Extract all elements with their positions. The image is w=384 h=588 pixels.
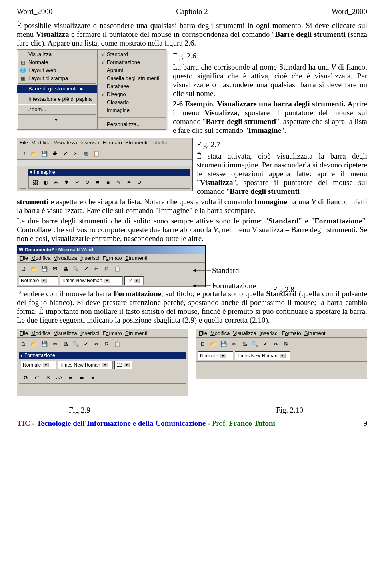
menu-formato[interactable]: Formato	[102, 255, 122, 261]
size-combo[interactable]: 12▼	[114, 361, 132, 369]
menu-tabella[interactable]: Tabella	[150, 140, 167, 146]
chevron-down-icon[interactable]: ▼	[104, 278, 110, 283]
sub-disegno[interactable]: ✓Disegno	[98, 90, 166, 98]
spellcheck-icon[interactable]: ✔	[60, 149, 70, 158]
underline-icon[interactable]: S	[43, 373, 53, 382]
sub-personalizza[interactable]: Personalizza...	[98, 120, 166, 128]
sub-formattazione[interactable]: ✓Formattazione	[98, 58, 166, 66]
paste-icon[interactable]: 📋	[112, 339, 122, 349]
chevron-down-icon[interactable]: ▼	[40, 278, 47, 283]
paste-icon[interactable]: 📋	[112, 264, 122, 273]
menu-inserisci[interactable]: Inserisci	[80, 255, 100, 261]
sub-glossario[interactable]: Glossario	[98, 98, 166, 106]
fig-2-10-label: Fig. 2.10	[276, 406, 303, 415]
sub-immagine[interactable]: Immagine	[98, 106, 166, 114]
menu-normale[interactable]: ▤Normale	[17, 58, 97, 66]
mail-icon[interactable]: ✉	[50, 264, 60, 273]
sub-appunti[interactable]: Appunti	[98, 66, 166, 74]
menu-visualizza[interactable]: Visualizza	[17, 50, 97, 58]
italic-icon[interactable]: C	[32, 373, 42, 382]
print-icon[interactable]: 🖶	[60, 264, 70, 273]
menu-strumenti[interactable]: Strumenti	[125, 140, 148, 146]
brightness-down-icon[interactable]: ✱	[62, 177, 71, 187]
menu-intestazione[interactable]: Intestazione e piè di pagina	[17, 95, 97, 103]
spellcheck-icon[interactable]: ✔	[81, 339, 91, 349]
copy-icon[interactable]: ⎘	[102, 264, 112, 273]
immagine-toolbar-title[interactable]: ▾Immagine	[28, 169, 190, 176]
formattazione-float-title[interactable]: ▾Formattazione	[19, 352, 186, 359]
menu-visualizza[interactable]: Visualizza	[54, 255, 77, 261]
sub-database[interactable]: Database	[98, 82, 166, 90]
open-icon[interactable]: 📂	[29, 149, 39, 158]
spellcheck-icon[interactable]: ✔	[260, 339, 270, 349]
open-icon[interactable]: 📂	[208, 339, 218, 349]
menu-file[interactable]: File	[20, 140, 28, 146]
menu-modifica[interactable]: Modifica	[31, 255, 50, 261]
font-combo[interactable]: Times New Roman▼	[235, 351, 290, 360]
transparent-icon[interactable]: ✦	[124, 177, 134, 187]
contrast-icon[interactable]: ◐	[41, 177, 50, 187]
print-icon[interactable]: 🖶	[60, 339, 70, 349]
cut-icon[interactable]: ✂	[71, 149, 80, 158]
paste-icon[interactable]: 📋	[92, 149, 101, 158]
new-icon[interactable]: 🗋	[19, 339, 28, 349]
save-icon[interactable]: 💾	[40, 149, 49, 158]
format-picture-icon[interactable]: ✎	[114, 177, 123, 187]
preview-icon[interactable]: 🔍	[71, 264, 80, 273]
new-icon[interactable]: 🗋	[198, 339, 208, 349]
new-icon[interactable]: 🗋	[19, 264, 28, 273]
sub-casella[interactable]: Casella degli strumenti	[98, 74, 166, 82]
menu-zoom[interactable]: Zoom...	[17, 106, 97, 114]
style-combo[interactable]: Normale▼	[19, 276, 58, 285]
copy-icon[interactable]: ⎘	[102, 339, 112, 349]
menu-layout-web[interactable]: 🌐Layout Web	[17, 66, 97, 74]
menu-visualizza[interactable]: Visualizza	[54, 140, 77, 146]
spellcheck-icon[interactable]: ✔	[81, 264, 91, 273]
save-icon[interactable]: 💾	[40, 264, 49, 273]
menu-strumenti[interactable]: Strumenti	[125, 255, 148, 261]
style-combo[interactable]: Normale▼	[21, 361, 56, 369]
cut-icon[interactable]: ✂	[92, 339, 101, 349]
reset-icon[interactable]: ↺	[134, 177, 144, 187]
mail-icon[interactable]: ✉	[50, 339, 60, 349]
new-icon[interactable]: 🗋	[19, 149, 28, 158]
chevron-down-icon[interactable]: ▼	[133, 278, 140, 283]
copy-icon[interactable]: ⎘	[281, 339, 291, 349]
line-style-icon[interactable]: ≡	[93, 177, 102, 187]
menu-layout-stampa[interactable]: ▦Layout di stampa	[17, 74, 97, 82]
menu-file[interactable]: File	[20, 255, 28, 261]
print-icon[interactable]: 🖶	[50, 149, 60, 158]
open-icon[interactable]: 📂	[29, 264, 39, 273]
print-icon[interactable]: 🖶	[240, 339, 249, 349]
cut-icon[interactable]: ✂	[92, 264, 101, 273]
para-2: La barra che corrisponde al nome Standar…	[173, 63, 367, 98]
size-combo[interactable]: 12▼	[124, 276, 144, 285]
mail-icon[interactable]: ✉	[229, 339, 239, 349]
menu-inserisci[interactable]: Inserisci	[80, 140, 100, 146]
menu-modifica[interactable]: Modifica	[31, 140, 50, 146]
copy-icon[interactable]: ⎘	[81, 149, 91, 158]
open-icon[interactable]: 📂	[29, 339, 39, 349]
font-combo[interactable]: Times New Roman▼	[58, 361, 113, 369]
preview-icon[interactable]: 🔍	[71, 339, 80, 349]
align-left-icon[interactable]: ≡	[66, 373, 75, 382]
menu-formato[interactable]: Formato	[102, 140, 122, 146]
wrap-icon[interactable]: ▣	[103, 177, 113, 187]
save-icon[interactable]: 💾	[40, 339, 49, 349]
menu-expand-icon[interactable]: ▾	[17, 116, 97, 124]
bold-icon[interactable]: G	[21, 373, 30, 382]
crop-icon[interactable]: ✂	[72, 177, 82, 187]
preview-icon[interactable]: 🔍	[250, 339, 260, 349]
sub-standard[interactable]: ✓Standard	[98, 50, 166, 58]
save-icon[interactable]: 💾	[219, 339, 228, 349]
align-center-icon[interactable]: ≣	[77, 373, 86, 382]
brightness-up-icon[interactable]: ☀	[51, 177, 61, 187]
case-icon[interactable]: aA	[54, 373, 64, 382]
rotate-icon[interactable]: ↻	[82, 177, 92, 187]
style-combo[interactable]: Normale▼	[198, 351, 233, 360]
align-right-icon[interactable]: ≡	[88, 373, 98, 382]
menu-barre-strumenti[interactable]: Barre degli strumenti	[17, 85, 97, 93]
cut-icon[interactable]: ✂	[271, 339, 280, 349]
font-combo[interactable]: Times New Roman▼	[60, 276, 123, 285]
insert-image-icon[interactable]: 🖼	[30, 177, 40, 187]
